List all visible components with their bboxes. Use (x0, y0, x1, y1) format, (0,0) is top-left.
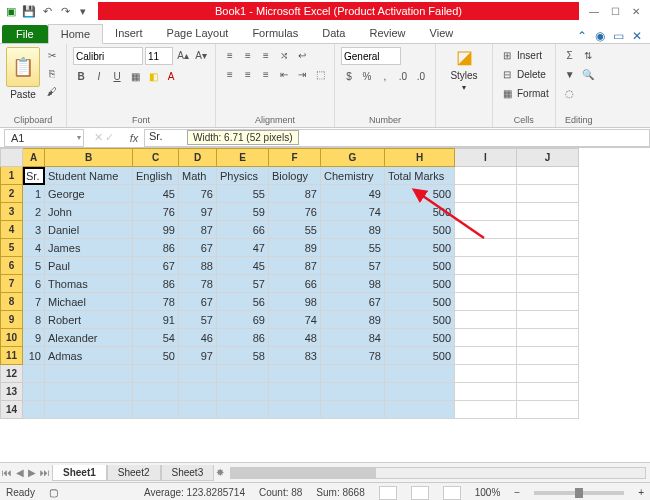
format-cells-icon[interactable]: ▦ (499, 85, 515, 101)
cell-E12[interactable] (217, 365, 269, 383)
cell-I9[interactable] (455, 311, 517, 329)
cell-J13[interactable] (517, 383, 579, 401)
orientation-icon[interactable]: ⤭ (276, 47, 292, 63)
cell-I5[interactable] (455, 239, 517, 257)
child-close-icon[interactable]: ✕ (632, 29, 642, 43)
cell-I14[interactable] (455, 401, 517, 419)
cell-A9[interactable]: 8 (23, 311, 45, 329)
cell-B5[interactable]: James (45, 239, 133, 257)
row-header-11[interactable]: 11 (1, 347, 23, 365)
cell-I11[interactable] (455, 347, 517, 365)
cell-B6[interactable]: Paul (45, 257, 133, 275)
tab-view[interactable]: View (418, 24, 466, 43)
cell-D9[interactable]: 57 (179, 311, 217, 329)
cell-E6[interactable]: 45 (217, 257, 269, 275)
page-layout-view-icon[interactable] (411, 486, 429, 500)
cell-J3[interactable] (517, 203, 579, 221)
cell-E8[interactable]: 56 (217, 293, 269, 311)
percent-icon[interactable]: % (359, 68, 375, 84)
cell-G13[interactable] (321, 383, 385, 401)
cell-F1[interactable]: Biology (269, 167, 321, 185)
cell-G10[interactable]: 84 (321, 329, 385, 347)
cell-C5[interactable]: 86 (133, 239, 179, 257)
sheet-nav-first-icon[interactable]: ⏮ (0, 467, 14, 478)
cell-G5[interactable]: 55 (321, 239, 385, 257)
cell-C8[interactable]: 78 (133, 293, 179, 311)
cell-G2[interactable]: 49 (321, 185, 385, 203)
cell-H8[interactable]: 500 (385, 293, 455, 311)
underline-button[interactable]: U (109, 68, 125, 84)
fill-icon[interactable]: ▼ (562, 66, 578, 82)
cell-F7[interactable]: 66 (269, 275, 321, 293)
row-header-14[interactable]: 14 (1, 401, 23, 419)
cell-F3[interactable]: 76 (269, 203, 321, 221)
col-header-G[interactable]: G (321, 149, 385, 167)
cell-J7[interactable] (517, 275, 579, 293)
save-icon[interactable]: 💾 (22, 4, 36, 18)
tab-review[interactable]: Review (357, 24, 417, 43)
cell-E14[interactable] (217, 401, 269, 419)
cell-E4[interactable]: 66 (217, 221, 269, 239)
cell-I7[interactable] (455, 275, 517, 293)
row-header-12[interactable]: 12 (1, 365, 23, 383)
cell-H10[interactable]: 500 (385, 329, 455, 347)
cell-J5[interactable] (517, 239, 579, 257)
col-header-B[interactable]: B (45, 149, 133, 167)
cell-G8[interactable]: 67 (321, 293, 385, 311)
cell-J2[interactable] (517, 185, 579, 203)
row-header-10[interactable]: 10 (1, 329, 23, 347)
cell-C12[interactable] (133, 365, 179, 383)
formula-input[interactable]: Sr. Width: 6.71 (52 pixels) (144, 129, 650, 147)
cell-J1[interactable] (517, 167, 579, 185)
cell-B3[interactable]: John (45, 203, 133, 221)
cell-J11[interactable] (517, 347, 579, 365)
decrease-indent-icon[interactable]: ⇤ (276, 66, 292, 82)
cell-C1[interactable]: English (133, 167, 179, 185)
cell-C11[interactable]: 50 (133, 347, 179, 365)
italic-button[interactable]: I (91, 68, 107, 84)
normal-view-icon[interactable] (379, 486, 397, 500)
cell-I4[interactable] (455, 221, 517, 239)
cell-A14[interactable] (23, 401, 45, 419)
horizontal-scrollbar[interactable] (230, 467, 646, 479)
tab-page-layout[interactable]: Page Layout (155, 24, 241, 43)
cell-B9[interactable]: Robert (45, 311, 133, 329)
cell-H13[interactable] (385, 383, 455, 401)
cell-G3[interactable]: 74 (321, 203, 385, 221)
cell-E5[interactable]: 47 (217, 239, 269, 257)
cell-I3[interactable] (455, 203, 517, 221)
cell-G4[interactable]: 89 (321, 221, 385, 239)
cell-C6[interactable]: 67 (133, 257, 179, 275)
col-header-H[interactable]: H (385, 149, 455, 167)
cell-F11[interactable]: 83 (269, 347, 321, 365)
cell-G1[interactable]: Chemistry (321, 167, 385, 185)
cell-C14[interactable] (133, 401, 179, 419)
cell-C9[interactable]: 91 (133, 311, 179, 329)
redo-icon[interactable]: ↷ (58, 4, 72, 18)
increase-font-icon[interactable]: A▴ (175, 47, 191, 63)
cell-J10[interactable] (517, 329, 579, 347)
sort-filter-icon[interactable]: ⇅ (580, 47, 596, 63)
cell-D5[interactable]: 67 (179, 239, 217, 257)
cell-A8[interactable]: 7 (23, 293, 45, 311)
cell-C13[interactable] (133, 383, 179, 401)
cell-I6[interactable] (455, 257, 517, 275)
row-header-8[interactable]: 8 (1, 293, 23, 311)
file-tab[interactable]: File (2, 25, 48, 43)
cell-B11[interactable]: Admas (45, 347, 133, 365)
sheet-nav-last-icon[interactable]: ⏭ (38, 467, 52, 478)
delete-cells-label[interactable]: Delete (517, 69, 546, 80)
cell-H9[interactable]: 500 (385, 311, 455, 329)
row-header-6[interactable]: 6 (1, 257, 23, 275)
col-header-J[interactable]: J (517, 149, 579, 167)
cell-H12[interactable] (385, 365, 455, 383)
cell-C2[interactable]: 45 (133, 185, 179, 203)
cell-F5[interactable]: 89 (269, 239, 321, 257)
insert-cells-icon[interactable]: ⊞ (499, 47, 515, 63)
cell-F12[interactable] (269, 365, 321, 383)
sheet-tab-sheet3[interactable]: Sheet3 (161, 465, 215, 481)
window-options-icon[interactable]: ▭ (613, 29, 624, 43)
cell-A11[interactable]: 10 (23, 347, 45, 365)
cell-B4[interactable]: Daniel (45, 221, 133, 239)
cell-I10[interactable] (455, 329, 517, 347)
